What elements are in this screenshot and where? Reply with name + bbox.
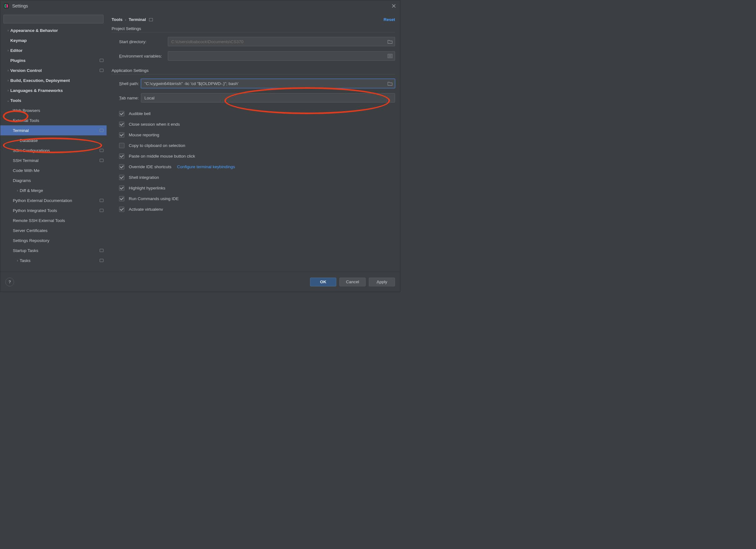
checkbox-list: Audible bellClose session when it endsMo… bbox=[112, 108, 395, 214]
chevron-icon: › bbox=[15, 259, 20, 262]
tree-item-languages-frameworks[interactable]: ›Languages & Frameworks bbox=[0, 85, 107, 95]
tree-item-diff-merge[interactable]: ›Diff & Merge bbox=[0, 185, 107, 195]
tree-item-settings-repository[interactable]: Settings Repository bbox=[0, 235, 107, 245]
checkbox-label: Mouse reporting bbox=[129, 132, 159, 137]
checkbox-row: Close session when it ends bbox=[119, 119, 395, 129]
tree-item-label: Terminal bbox=[13, 128, 29, 133]
chevron-right-icon: › bbox=[125, 18, 126, 22]
checkbox[interactable] bbox=[119, 122, 124, 127]
scope-badge-icon bbox=[149, 18, 153, 21]
start-directory-input[interactable] bbox=[168, 37, 395, 46]
configure-keybindings-link[interactable]: Configure terminal keybindings bbox=[177, 164, 235, 169]
cancel-button[interactable]: Cancel bbox=[339, 278, 366, 287]
checkbox[interactable] bbox=[119, 143, 124, 148]
checkbox-label: Paste on middle mouse button click bbox=[129, 154, 195, 158]
tree-item-label: Code With Me bbox=[13, 168, 40, 173]
tree-item-label: Remote SSH External Tools bbox=[13, 218, 65, 223]
tree-item-diagrams[interactable]: Diagrams bbox=[0, 175, 107, 185]
checkbox[interactable] bbox=[119, 111, 124, 116]
tree-item-remote-ssh-external-tools[interactable]: Remote SSH External Tools bbox=[0, 215, 107, 225]
titlebar: Settings bbox=[0, 0, 400, 12]
checkbox[interactable] bbox=[119, 196, 124, 201]
tree-item-label: SSH Terminal bbox=[13, 158, 38, 163]
tree-item-label: Plugins bbox=[10, 58, 26, 63]
tree-item-label: Python Integrated Tools bbox=[13, 208, 57, 213]
tree-item-keymap[interactable]: Keymap bbox=[0, 35, 107, 45]
tree-item-editor[interactable]: ›Editor bbox=[0, 45, 107, 55]
tree-item-ssh-terminal[interactable]: SSH Terminal bbox=[0, 155, 107, 165]
tree-item-label: Diagrams bbox=[13, 178, 31, 183]
tree-item-plugins[interactable]: Plugins bbox=[0, 55, 107, 65]
tree-item-tools[interactable]: ⌄Tools bbox=[0, 95, 107, 105]
tree-item-label: External Tools bbox=[13, 118, 39, 123]
list-icon[interactable] bbox=[388, 54, 393, 58]
tree-item-code-with-me[interactable]: Code With Me bbox=[0, 165, 107, 175]
chevron-icon: › bbox=[6, 79, 10, 82]
shell-path-input[interactable] bbox=[141, 79, 395, 88]
apply-button[interactable]: Apply bbox=[369, 278, 395, 287]
svg-rect-0 bbox=[4, 3, 9, 8]
checkbox[interactable] bbox=[119, 132, 124, 137]
tree-item-label: Appearance & Behavior bbox=[10, 28, 58, 33]
start-directory-label: Start directory: bbox=[112, 39, 168, 44]
checkbox-row: Activate virtualenv bbox=[119, 204, 395, 214]
scope-badge-icon bbox=[100, 259, 103, 262]
tree-item-web-browsers[interactable]: Web Browsers bbox=[0, 105, 107, 115]
breadcrumb-parent[interactable]: Tools bbox=[112, 17, 123, 22]
tree-item-label: Startup Tasks bbox=[13, 248, 38, 253]
tree-item-label: Server Certificates bbox=[13, 228, 48, 233]
reset-link[interactable]: Reset bbox=[383, 17, 395, 22]
tree-item-ssh-configurations[interactable]: SSH Configurations bbox=[0, 145, 107, 155]
tree-item-label: Database bbox=[20, 138, 38, 143]
checkbox-row: Shell integration bbox=[119, 172, 395, 182]
checkbox[interactable] bbox=[119, 175, 124, 180]
checkbox-row: Mouse reporting bbox=[119, 129, 395, 140]
checkbox[interactable] bbox=[119, 185, 124, 191]
tab-name-input[interactable] bbox=[141, 93, 395, 102]
settings-search-input[interactable] bbox=[3, 15, 103, 23]
tree-item-python-external-documentation[interactable]: Python External Documentation bbox=[0, 195, 107, 205]
checkbox-row: Copy to clipboard on selection bbox=[119, 140, 395, 151]
tree-item-tasks[interactable]: ›Tasks bbox=[0, 255, 107, 265]
checkbox[interactable] bbox=[119, 164, 124, 169]
tab-name-label: Tab name: bbox=[112, 96, 141, 100]
tree-item-label: Python External Documentation bbox=[13, 198, 72, 203]
tree-item-label: Tasks bbox=[20, 258, 31, 263]
tree-item-appearance-behavior[interactable]: ›Appearance & Behavior bbox=[0, 25, 107, 35]
main-panel: Tools › Terminal Reset Project Settings … bbox=[107, 12, 400, 272]
tree-item-build-execution-deployment[interactable]: ›Build, Execution, Deployment bbox=[0, 75, 107, 85]
tree-item-python-integrated-tools[interactable]: Python Integrated Tools bbox=[0, 205, 107, 215]
ok-button[interactable]: OK bbox=[310, 278, 336, 287]
dialog-footer: ? OK Cancel Apply bbox=[0, 272, 400, 292]
close-icon[interactable] bbox=[391, 3, 397, 9]
tree-item-database[interactable]: ›Database bbox=[0, 135, 107, 145]
tree-item-server-certificates[interactable]: Server Certificates bbox=[0, 225, 107, 235]
chevron-icon: › bbox=[6, 69, 10, 72]
chevron-icon: › bbox=[6, 49, 10, 52]
application-settings-heading: Application Settings bbox=[112, 68, 395, 74]
tree-item-external-tools[interactable]: External Tools bbox=[0, 115, 107, 125]
help-button[interactable]: ? bbox=[5, 278, 14, 287]
tree-item-label: Languages & Frameworks bbox=[10, 88, 63, 93]
checkbox[interactable] bbox=[119, 207, 124, 212]
checkbox-label: Highlight hyperlinks bbox=[129, 186, 165, 190]
checkbox-label: Override IDE shortcuts bbox=[129, 164, 172, 169]
settings-tree[interactable]: ›Appearance & BehaviorKeymap›EditorPlugi… bbox=[0, 25, 107, 272]
tree-item-label: Tools bbox=[10, 98, 21, 103]
settings-window: Settings ›Appearance & BehaviorKeymap›Ed… bbox=[0, 0, 400, 292]
checkbox-label: Copy to clipboard on selection bbox=[129, 143, 185, 148]
tree-item-terminal[interactable]: Terminal bbox=[0, 125, 107, 135]
checkbox-label: Close session when it ends bbox=[129, 122, 180, 127]
app-icon bbox=[3, 3, 9, 9]
env-vars-input[interactable] bbox=[168, 51, 395, 61]
scope-badge-icon bbox=[100, 129, 103, 132]
folder-icon[interactable] bbox=[388, 39, 393, 44]
shell-path-label: Shell path: bbox=[112, 81, 141, 86]
tree-item-label: Build, Execution, Deployment bbox=[10, 78, 70, 83]
sidebar: ›Appearance & BehaviorKeymap›EditorPlugi… bbox=[0, 12, 107, 272]
checkbox[interactable] bbox=[119, 153, 124, 159]
tree-item-label: Editor bbox=[10, 48, 23, 53]
tree-item-startup-tasks[interactable]: Startup Tasks bbox=[0, 245, 107, 255]
folder-icon[interactable] bbox=[388, 81, 393, 86]
tree-item-version-control[interactable]: ›Version Control bbox=[0, 65, 107, 75]
